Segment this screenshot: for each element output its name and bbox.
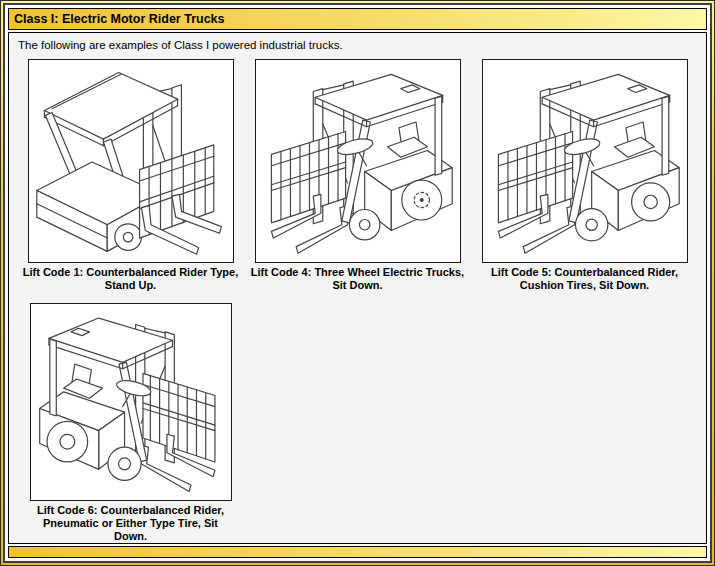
truck-image-box xyxy=(482,59,688,263)
page-title: Class I: Electric Motor Rider Trucks xyxy=(14,12,225,26)
truck-caption: Lift Code 5: Counterbalanced Rider, Cush… xyxy=(471,266,698,292)
truck-image-box xyxy=(30,303,232,501)
standup-counterbalanced-forklift-illustration xyxy=(33,63,229,259)
intro-text: The following are examples of Class I po… xyxy=(18,39,698,51)
three-wheel-sit-down-forklift-illustration xyxy=(260,63,456,259)
pneumatic-tire-sit-down-forklift-illustration xyxy=(35,307,227,497)
header-bar: Class I: Electric Motor Rider Trucks xyxy=(8,8,707,30)
truck-caption: Lift Code 1: Counterbalanced Rider Type,… xyxy=(17,266,244,292)
cushion-tire-sit-down-forklift-illustration xyxy=(487,63,683,259)
truck-figure: Lift Code 1: Counterbalanced Rider Type,… xyxy=(17,59,244,292)
trucks-grid: Lift Code 1: Counterbalanced Rider Type,… xyxy=(17,59,698,543)
truck-figure: Lift Code 4: Three Wheel Electric Trucks… xyxy=(244,59,471,292)
inner-frame: Class I: Electric Motor Rider Trucks The… xyxy=(3,3,712,563)
truck-image-box xyxy=(28,59,234,263)
footer-bar xyxy=(8,546,707,558)
truck-figure: Lift Code 6: Counterbalanced Rider, Pneu… xyxy=(27,303,235,543)
truck-image-box xyxy=(255,59,461,263)
truck-figure: Lift Code 5: Counterbalanced Rider, Cush… xyxy=(471,59,698,292)
page-frame: Class I: Electric Motor Rider Trucks The… xyxy=(0,0,715,566)
truck-caption: Lift Code 4: Three Wheel Electric Trucks… xyxy=(244,266,471,292)
truck-caption: Lift Code 6: Counterbalanced Rider, Pneu… xyxy=(27,504,235,543)
content-panel: The following are examples of Class I po… xyxy=(8,32,707,544)
